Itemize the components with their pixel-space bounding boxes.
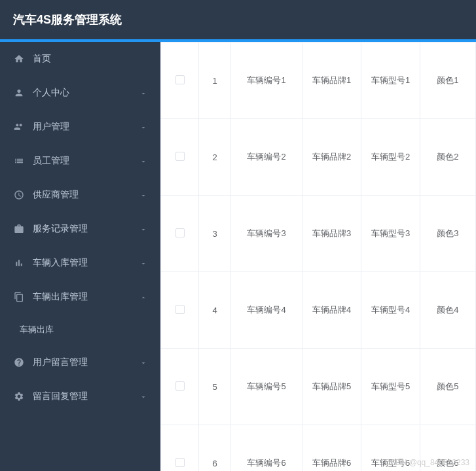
sidebar-item-supplier[interactable]: 供应商管理 — [0, 178, 160, 212]
list-icon — [13, 155, 25, 167]
row-checkbox[interactable] — [175, 458, 185, 467]
index-cell: 5 — [199, 349, 231, 425]
checkbox-cell — [161, 425, 199, 472]
users-icon — [13, 121, 25, 133]
sidebar-subitem-label: 车辆出库 — [20, 324, 54, 336]
row-checkbox[interactable] — [175, 152, 185, 161]
sidebar-item-staff[interactable]: 员工管理 — [0, 144, 160, 178]
chevron-down-icon — [139, 259, 147, 267]
chevron-down-icon — [139, 157, 147, 165]
sidebar-item-label: 用户管理 — [33, 121, 139, 133]
sidebar-item-home[interactable]: 首页 — [0, 42, 160, 76]
sidebar-item-profile[interactable]: 个人中心 — [0, 76, 160, 110]
brand-cell: 车辆品牌1 — [302, 43, 361, 119]
brand-cell: 车辆品牌2 — [302, 119, 361, 196]
chevron-down-icon — [139, 225, 147, 233]
chevron-down-icon — [139, 123, 147, 131]
vehicle-table: 1 车辆编号1 车辆品牌1 车辆型号1 颜色1 2 车辆编号2 车辆品牌2 车辆… — [160, 42, 476, 471]
row-checkbox[interactable] — [175, 228, 185, 237]
clock-icon — [13, 189, 25, 201]
chart-icon — [13, 257, 25, 269]
index-cell: 2 — [199, 119, 231, 196]
sidebar-item-label: 个人中心 — [33, 87, 139, 99]
chevron-down-icon — [139, 89, 147, 97]
chevron-down-icon — [139, 358, 147, 366]
chevron-down-icon — [139, 191, 147, 199]
code-cell: 车辆编号3 — [230, 196, 302, 272]
index-cell: 6 — [199, 425, 231, 472]
index-cell: 1 — [199, 43, 231, 119]
table-row: 5 车辆编号5 车辆品牌5 车辆型号5 颜色5 — [161, 349, 476, 425]
model-cell: 车辆型号2 — [361, 119, 420, 196]
table-row: 4 车辆编号4 车辆品牌4 车辆型号4 颜色4 — [161, 272, 476, 349]
sidebar-item-label: 供应商管理 — [33, 189, 139, 201]
model-cell: 车辆型号5 — [361, 349, 420, 425]
model-cell: 车辆型号1 — [361, 43, 420, 119]
model-cell: 车辆型号4 — [361, 272, 420, 349]
table-row: 1 车辆编号1 车辆品牌1 车辆型号1 颜色1 — [161, 43, 476, 119]
user-icon — [13, 87, 25, 99]
sidebar-item-label: 用户留言管理 — [33, 357, 139, 368]
watermark: CSDN @qq_840612233 — [384, 458, 469, 467]
table-row: 3 车辆编号3 车辆品牌3 车辆型号3 颜色3 — [161, 196, 476, 272]
sidebar-item-replies[interactable]: 留言回复管理 — [0, 379, 160, 413]
app-header: 汽车4S服务管理系统 — [0, 0, 476, 39]
gear-icon — [13, 391, 25, 402]
row-checkbox[interactable] — [175, 305, 185, 314]
sidebar-item-label: 服务记录管理 — [33, 223, 139, 235]
main-container: 首页 个人中心 用户管理 员工管理 供应商管理 服务记录管理 — [0, 42, 476, 471]
duplicate-icon — [13, 291, 25, 303]
checkbox-cell — [161, 349, 199, 425]
checkbox-cell — [161, 43, 199, 119]
code-cell: 车辆编号6 — [230, 425, 302, 472]
sidebar-subitem-vehicle-out[interactable]: 车辆出库 — [0, 314, 160, 345]
sidebar-item-users[interactable]: 用户管理 — [0, 110, 160, 144]
color-cell: 颜色5 — [420, 349, 475, 425]
checkbox-cell — [161, 272, 199, 349]
color-cell: 颜色4 — [420, 272, 475, 349]
model-cell: 车辆型号3 — [361, 196, 420, 272]
brand-cell: 车辆品牌3 — [302, 196, 361, 272]
row-checkbox[interactable] — [175, 381, 185, 391]
chevron-down-icon — [139, 392, 147, 400]
sidebar-item-label: 留言回复管理 — [33, 391, 139, 402]
code-cell: 车辆编号5 — [230, 349, 302, 425]
index-cell: 4 — [199, 272, 231, 349]
content-area: 1 车辆编号1 车辆品牌1 车辆型号1 颜色1 2 车辆编号2 车辆品牌2 车辆… — [160, 42, 476, 471]
brand-cell: 车辆品牌5 — [302, 349, 361, 425]
sidebar-item-service[interactable]: 服务记录管理 — [0, 212, 160, 246]
sidebar-item-label: 员工管理 — [33, 155, 139, 167]
row-checkbox[interactable] — [175, 75, 185, 84]
sidebar-item-label: 车辆入库管理 — [33, 257, 139, 269]
checkbox-cell — [161, 196, 199, 272]
table-row: 2 车辆编号2 车辆品牌2 车辆型号2 颜色2 — [161, 119, 476, 196]
sidebar-item-vehicle-in[interactable]: 车辆入库管理 — [0, 246, 160, 280]
briefcase-icon — [13, 223, 25, 235]
brand-cell: 车辆品牌4 — [302, 272, 361, 349]
brand-cell: 车辆品牌6 — [302, 425, 361, 472]
question-icon — [13, 357, 25, 368]
home-icon — [13, 53, 25, 65]
chevron-up-icon — [139, 293, 147, 301]
app-title: 汽车4S服务管理系统 — [13, 12, 122, 27]
color-cell: 颜色1 — [420, 43, 475, 119]
sidebar-item-vehicle-out[interactable]: 车辆出库管理 — [0, 280, 160, 314]
index-cell: 3 — [199, 196, 231, 272]
color-cell: 颜色3 — [420, 196, 475, 272]
sidebar-item-label: 车辆出库管理 — [33, 291, 139, 303]
color-cell: 颜色2 — [420, 119, 475, 196]
code-cell: 车辆编号2 — [230, 119, 302, 196]
checkbox-cell — [161, 119, 199, 196]
code-cell: 车辆编号1 — [230, 43, 302, 119]
sidebar-item-label: 首页 — [33, 53, 147, 65]
sidebar-item-messages[interactable]: 用户留言管理 — [0, 345, 160, 379]
code-cell: 车辆编号4 — [230, 272, 302, 349]
sidebar: 首页 个人中心 用户管理 员工管理 供应商管理 服务记录管理 — [0, 42, 160, 471]
